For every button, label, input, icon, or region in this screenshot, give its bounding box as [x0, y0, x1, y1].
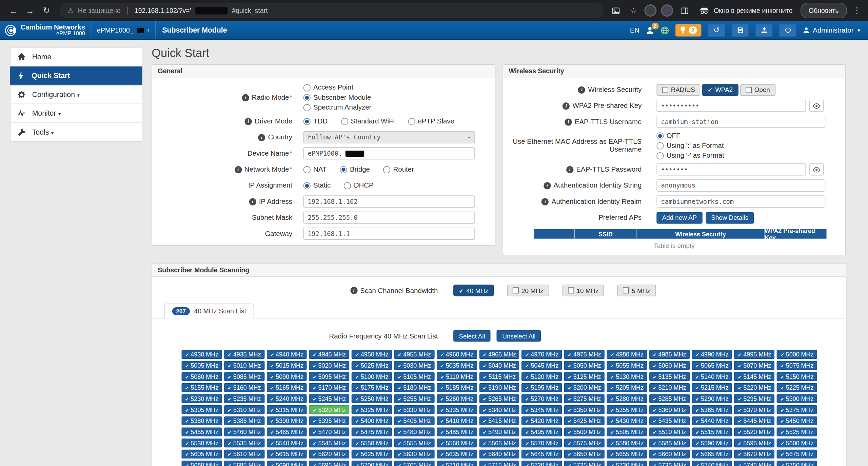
device-name-box[interactable]: ePMP1000_ ›: [91, 21, 155, 39]
frequency-button[interactable]: 5405 MHz: [394, 416, 434, 425]
frequency-button[interactable]: 5380 MHz: [182, 416, 222, 425]
frequency-button[interactable]: 5510 MHz: [649, 427, 690, 436]
frequency-button[interactable]: 5100 MHz: [352, 372, 392, 381]
frequency-button[interactable]: 5255 MHz: [394, 394, 434, 403]
sidebar-item-monitor[interactable]: Monitor: [11, 104, 142, 123]
frequency-button[interactable]: 5340 MHz: [479, 405, 519, 414]
driver-mode-standard-wifi[interactable]: Standard WiFi: [341, 117, 395, 125]
frequency-button[interactable]: 5040 MHz: [479, 361, 519, 370]
frequency-button[interactable]: 5080 MHz: [182, 372, 222, 381]
mac-format-off[interactable]: OFF: [656, 132, 680, 140]
frequency-button[interactable]: 5175 MHz: [352, 383, 392, 392]
frequency-button[interactable]: 5395 MHz: [309, 416, 350, 425]
frequency-button[interactable]: 5010 MHz: [224, 361, 264, 370]
frequency-button[interactable]: 5295 MHz: [734, 394, 775, 403]
frequency-button[interactable]: 5150 MHz: [777, 372, 817, 381]
frequency-button[interactable]: 5265 MHz: [479, 394, 519, 403]
frequency-button[interactable]: 5205 MHz: [607, 383, 647, 392]
frequency-button[interactable]: 5475 MHz: [352, 427, 392, 436]
back-icon[interactable]: ←: [5, 3, 21, 18]
frequency-button[interactable]: 5705 MHz: [394, 461, 434, 466]
ip-assignment-dhcp[interactable]: DHCP: [344, 182, 373, 190]
info-icon[interactable]: [578, 86, 585, 93]
frequency-button[interactable]: 5180 MHz: [394, 383, 434, 392]
network-mode-nat[interactable]: NAT: [303, 166, 327, 173]
frequency-button[interactable]: 5085 MHz: [224, 372, 264, 381]
security-toggle-wpa2[interactable]: WPA2: [702, 84, 738, 95]
frequency-button[interactable]: 5595 MHz: [734, 439, 775, 447]
frequency-button[interactable]: 5470 MHz: [309, 427, 350, 436]
frequency-button[interactable]: 5290 MHz: [692, 394, 732, 403]
frequency-button[interactable]: 5590 MHz: [692, 439, 732, 447]
frequency-button[interactable]: 5645 MHz: [522, 450, 562, 459]
globe-icon[interactable]: [660, 26, 669, 35]
frequency-button[interactable]: 5655 MHz: [607, 450, 647, 459]
frequency-button[interactable]: 5745 MHz: [734, 461, 775, 466]
gateway-field[interactable]: [303, 228, 475, 240]
frequency-button[interactable]: 5585 MHz: [649, 439, 690, 447]
frequency-button[interactable]: 5230 MHz: [182, 394, 222, 403]
frequency-button[interactable]: 5360 MHz: [649, 405, 690, 414]
frequency-button[interactable]: 5555 MHz: [394, 439, 434, 447]
frequency-button[interactable]: 4960 MHz: [437, 350, 477, 359]
bandwidth-toggle-40mhz[interactable]: 40 MHz: [453, 285, 494, 296]
frequency-button[interactable]: 5260 MHz: [437, 394, 477, 403]
frequency-button[interactable]: 4985 MHz: [649, 350, 690, 359]
undo-button[interactable]: ↺: [708, 23, 725, 37]
frequency-button[interactable]: 5720 MHz: [522, 461, 562, 466]
frequency-button[interactable]: 5460 MHz: [224, 427, 264, 436]
frequency-button[interactable]: 5600 MHz: [777, 439, 817, 447]
frequency-button[interactable]: 5280 MHz: [607, 394, 647, 403]
show-password-button[interactable]: [809, 100, 824, 112]
frequency-button[interactable]: 5410 MHz: [437, 416, 477, 425]
frequency-button[interactable]: 5520 MHz: [734, 427, 775, 436]
frequency-button[interactable]: 5465 MHz: [267, 427, 307, 436]
frequency-button[interactable]: 5225 MHz: [777, 383, 817, 392]
frequency-button[interactable]: 5015 MHz: [267, 361, 307, 370]
frequency-button[interactable]: 5070 MHz: [734, 361, 775, 370]
frequency-button[interactable]: 5320 MHz: [309, 405, 350, 414]
frequency-button[interactable]: 5685 MHz: [224, 461, 264, 466]
frequency-button[interactable]: 5415 MHz: [479, 416, 519, 425]
media-icon[interactable]: [609, 4, 623, 17]
forward-icon[interactable]: →: [22, 3, 38, 18]
user-sessions-icon[interactable]: 2: [645, 26, 654, 35]
frequency-button[interactable]: 5305 MHz: [182, 405, 222, 414]
radio-mode-spectrum-analyzer[interactable]: Spectrum Analyzer: [303, 103, 372, 111]
frequency-button[interactable]: 5120 MHz: [522, 372, 562, 381]
frequency-button[interactable]: 5620 MHz: [309, 450, 350, 459]
language-selector[interactable]: EN: [630, 26, 639, 34]
frequency-button[interactable]: 5190 MHz: [479, 383, 519, 392]
frequency-button[interactable]: 5665 MHz: [692, 450, 732, 459]
frequency-button[interactable]: 4935 MHz: [224, 350, 264, 359]
frequency-button[interactable]: 5270 MHz: [522, 394, 562, 403]
frequency-button[interactable]: 5525 MHz: [777, 427, 817, 436]
frequency-button[interactable]: 5400 MHz: [352, 416, 392, 425]
save-button[interactable]: [731, 23, 749, 37]
frequency-button[interactable]: 4975 MHz: [564, 350, 605, 359]
frequency-button[interactable]: 5515 MHz: [692, 427, 732, 436]
power-button[interactable]: [779, 23, 797, 37]
frequency-button[interactable]: 4970 MHz: [522, 350, 562, 359]
frequency-button[interactable]: 5210 MHz: [649, 383, 690, 392]
frequency-button[interactable]: 5605 MHz: [182, 450, 222, 459]
frequency-button[interactable]: 5195 MHz: [522, 383, 562, 392]
frequency-button[interactable]: 5615 MHz: [267, 450, 307, 459]
frequency-button[interactable]: 4980 MHz: [607, 350, 647, 359]
frequency-button[interactable]: 5160 MHz: [224, 383, 264, 392]
frequency-button[interactable]: 5715 MHz: [479, 461, 519, 466]
frequency-button[interactable]: 5005 MHz: [182, 361, 222, 370]
frequency-button[interactable]: 4930 MHz: [182, 350, 222, 359]
frequency-button[interactable]: 5140 MHz: [692, 372, 732, 381]
frequency-button[interactable]: 4950 MHz: [352, 350, 392, 359]
frequency-button[interactable]: 5050 MHz: [564, 361, 605, 370]
bandwidth-toggle-5mhz[interactable]: 5 MHz: [617, 285, 656, 296]
add-new-ap-button[interactable]: Add new AP: [656, 212, 702, 223]
frequency-button[interactable]: 5675 MHz: [777, 450, 817, 459]
frequency-button[interactable]: 5315 MHz: [267, 405, 307, 414]
info-icon[interactable]: [541, 198, 549, 205]
info-icon[interactable]: [544, 182, 551, 189]
show-password-button[interactable]: [809, 163, 824, 176]
frequency-button[interactable]: 5750 MHz: [777, 461, 817, 466]
eap-ttls-username-field[interactable]: [656, 116, 825, 128]
